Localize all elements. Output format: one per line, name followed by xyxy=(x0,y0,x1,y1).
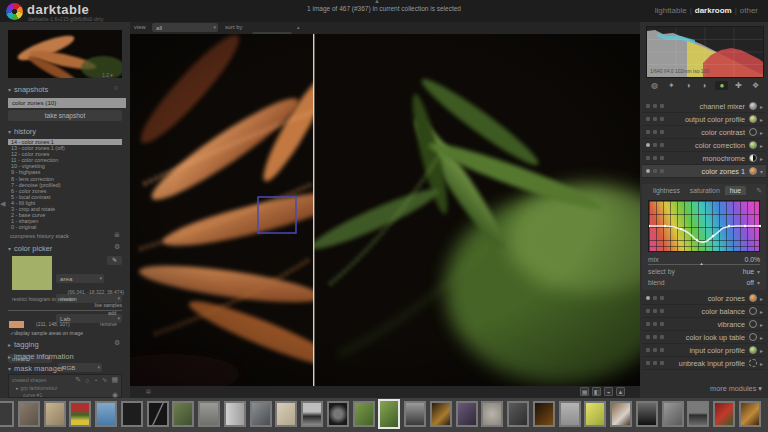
color-group-icon[interactable]: ● xyxy=(715,81,728,90)
overexposed-icon[interactable]: ◧ xyxy=(592,387,601,396)
module-color-look-up-table[interactable]: color look up table ▸ xyxy=(642,331,766,344)
presets-arrow-icon[interactable]: ▸ xyxy=(760,321,763,328)
presets-arrow-icon[interactable]: ▸ xyxy=(760,360,763,367)
module-left-icons[interactable] xyxy=(646,130,664,134)
select-by-dropdown[interactable]: hue xyxy=(743,268,754,275)
before-after-split-line[interactable] xyxy=(313,34,314,386)
module-input-color-profile[interactable]: input color profile ▸ xyxy=(642,344,766,357)
add-sample-button[interactable]: add xyxy=(108,310,116,316)
tagging-header[interactable]: ▸tagging xyxy=(8,340,39,349)
history-header[interactable]: ▾history xyxy=(8,127,122,136)
tagging-presets-icon[interactable]: ⚙ xyxy=(114,339,120,347)
filmstrip-thumbnail[interactable] xyxy=(584,401,606,427)
filmstrip-thumbnail[interactable] xyxy=(69,401,91,427)
module-left-icons[interactable] xyxy=(646,117,664,121)
module-left-icons[interactable] xyxy=(646,104,664,108)
filmstrip-thumbnail[interactable] xyxy=(327,401,349,427)
filmstrip-thumbnail[interactable] xyxy=(481,401,503,427)
presets-arrow-icon[interactable]: ▸ xyxy=(760,308,763,315)
filmstrip-thumbnail[interactable] xyxy=(301,401,323,427)
tone-group-icon[interactable]: ◗ xyxy=(698,81,711,90)
zoom-level-label[interactable]: 1:2 ▾ xyxy=(102,72,113,78)
filmstrip-thumbnail[interactable] xyxy=(121,401,143,427)
module-left-icons[interactable] xyxy=(646,156,664,160)
snapshot-item[interactable]: color zones (10) xyxy=(8,98,126,108)
module-color-zones[interactable]: color zones ▸ xyxy=(642,292,766,305)
filmstrip-thumbnail[interactable] xyxy=(147,401,169,427)
ellipse-shape-icon[interactable]: ◔ xyxy=(93,377,97,384)
module-channel-mixer[interactable]: channel mixer ▸ xyxy=(642,100,766,113)
mask-group-item[interactable]: grp farbkorrektur xyxy=(21,385,58,391)
module-output-color-profile[interactable]: output color profile ▸ xyxy=(642,113,766,126)
histogram[interactable]: 1/640 f/4.0 102mm iso 100 xyxy=(646,26,764,78)
filmstrip-thumbnail[interactable] xyxy=(662,401,684,427)
history-item[interactable]: 0 - original xyxy=(8,224,122,230)
presets-arrow-icon[interactable]: ▸ xyxy=(760,334,763,341)
module-left-icons[interactable] xyxy=(646,309,664,313)
presets-arrow-icon[interactable]: ▸ xyxy=(760,129,763,136)
view-other[interactable]: other xyxy=(740,6,758,15)
module-left-icons[interactable] xyxy=(646,322,664,326)
snapshots-header[interactable]: ▾snapshots xyxy=(8,85,122,94)
favorites-group-icon[interactable]: ✦ xyxy=(665,81,678,90)
mix-slider[interactable]: mix 0.0% ▲ xyxy=(648,256,760,265)
filmstrip-thumbnail[interactable] xyxy=(353,401,375,427)
path-shape-icon[interactable]: ∿ xyxy=(102,376,108,384)
navigation-thumbnail[interactable] xyxy=(8,30,122,78)
module-color-balance[interactable]: color balance ▸ xyxy=(642,305,766,318)
presets-arrow-icon[interactable]: ▸ xyxy=(760,295,763,302)
presets-arrow-icon[interactable]: ▸ xyxy=(760,116,763,123)
left-panel-collapse-icon[interactable]: ◀ xyxy=(0,200,5,208)
filmstrip-thumbnail[interactable] xyxy=(533,401,555,427)
remove-sample-button[interactable]: remove xyxy=(100,321,117,327)
view-filter-dropdown[interactable]: all xyxy=(152,23,218,32)
view-lighttable[interactable]: lighttable xyxy=(655,6,687,15)
module-vibrance[interactable]: vibrance ▸ xyxy=(642,318,766,331)
collapse-arrow-icon[interactable]: ▾ xyxy=(760,168,763,175)
filmstrip-thumbnail[interactable] xyxy=(275,401,297,427)
filmstrip-thumbnail[interactable] xyxy=(95,401,117,427)
module-left-icons[interactable] xyxy=(646,169,664,173)
gradient-shape-icon[interactable]: ▦ xyxy=(111,376,118,384)
sort-direction-icon[interactable]: ▴ xyxy=(297,24,300,30)
basic-group-icon[interactable]: ◑ xyxy=(682,81,695,90)
module-color-correction[interactable]: color correction ▸ xyxy=(642,139,766,152)
softproof-icon[interactable]: ◒ xyxy=(604,387,613,396)
eyedropper-icon[interactable]: ✎ xyxy=(756,187,762,195)
presets-arrow-icon[interactable]: ▸ xyxy=(760,103,763,110)
tab-lightness[interactable]: lightness xyxy=(648,186,685,195)
circle-shape-icon[interactable]: ○ xyxy=(85,377,89,384)
color-picker-presets-icon[interactable]: ⚙ xyxy=(114,243,120,251)
filmstrip-thumbnail[interactable] xyxy=(44,401,66,427)
module-monochrome[interactable]: monochrome ▸ xyxy=(642,152,766,165)
correction-group-icon[interactable]: ✚ xyxy=(732,81,745,90)
filmstrip-thumbnail[interactable] xyxy=(404,401,426,427)
filmstrip-thumbnail[interactable] xyxy=(250,401,272,427)
top-panel-collapse-icon[interactable]: ▲ xyxy=(374,0,380,4)
filmstrip-thumbnail[interactable] xyxy=(507,401,529,427)
filmstrip-thumbnail[interactable] xyxy=(713,401,735,427)
compress-history-link[interactable]: compress history stack xyxy=(10,233,69,239)
main-image-canvas[interactable] xyxy=(130,34,640,386)
filmstrip-thumbnail-selected[interactable] xyxy=(378,399,400,429)
filmstrip[interactable] xyxy=(0,398,768,432)
blend-dropdown[interactable]: off xyxy=(747,279,754,286)
module-left-icons[interactable] xyxy=(646,296,664,300)
slider-marker-icon[interactable]: ▲ xyxy=(700,261,704,266)
module-left-icons[interactable] xyxy=(646,335,664,339)
raw-overexposed-icon[interactable]: ▦ xyxy=(580,387,589,396)
sample-color-swatch[interactable] xyxy=(9,321,24,328)
picker-mode-dropdown[interactable]: area xyxy=(56,274,104,283)
color-picker-header[interactable]: ▾color picker xyxy=(8,244,122,253)
mask-manager-header[interactable]: ▾mask manager xyxy=(8,364,64,373)
filmstrip-grip-icon[interactable]: ▤ xyxy=(146,388,151,394)
filmstrip-thumbnail[interactable] xyxy=(559,401,581,427)
presets-arrow-icon[interactable]: ▸ xyxy=(760,347,763,354)
filmstrip-thumbnail[interactable] xyxy=(636,401,658,427)
more-modules-button[interactable]: more modules ▾ xyxy=(642,384,762,393)
filmstrip-thumbnail[interactable] xyxy=(224,401,246,427)
effects-group-icon[interactable]: ❖ xyxy=(749,81,762,90)
active-group-icon[interactable]: ◍ xyxy=(648,81,661,90)
module-unbreak-input-profile[interactable]: unbreak input profile ▸ xyxy=(642,357,766,370)
module-left-icons[interactable] xyxy=(646,143,664,147)
